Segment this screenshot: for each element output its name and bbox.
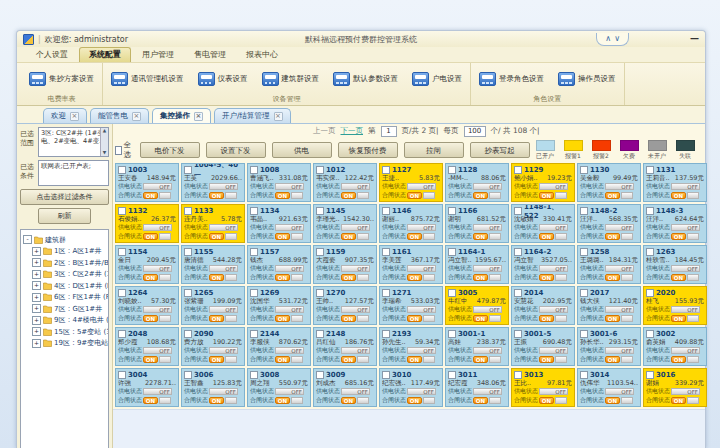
card-checkbox[interactable]: [448, 330, 456, 338]
ribbon-button[interactable]: 仪表设置: [198, 72, 248, 86]
tree-item[interactable]: + 19区：9#变电站 (2#...: [32, 338, 106, 348]
toolbar-button[interactable]: 供电: [272, 142, 332, 158]
meter-card[interactable]: 1131 王莉音.. 137.59元 供电状态 OFF 合闸状态 ON: [643, 163, 707, 202]
toolbar-button[interactable]: 抄表写起: [470, 142, 530, 158]
meter-card[interactable]: 2144 李服侠 870.62元 供电状态 OFF 合闸状态 ON: [247, 327, 311, 366]
card-checkbox[interactable]: [646, 207, 654, 215]
card-checkbox[interactable]: [184, 371, 192, 379]
meter-card[interactable]: 2090 费方放 190.22元 供电状态 OFF 合闸状态 ON: [181, 327, 245, 366]
card-checkbox[interactable]: [316, 371, 324, 379]
card-checkbox[interactable]: [646, 289, 654, 297]
card-checkbox[interactable]: [118, 166, 126, 174]
meter-card[interactable]: 1128 -MM-.. 88.06元 供电状态 OFF 合闸状态 ON: [445, 163, 509, 202]
menu-tab[interactable]: 售电管理: [185, 48, 235, 62]
card-checkbox[interactable]: [646, 166, 654, 174]
tree-expander-icon[interactable]: +: [32, 304, 41, 313]
tree-expander-icon[interactable]: +: [32, 339, 41, 348]
card-checkbox[interactable]: [184, 330, 192, 338]
meter-card[interactable]: 1166 谢明 681.52元 供电状态 OFF 合闸状态 ON: [445, 204, 509, 243]
tree-expander-icon[interactable]: +: [32, 247, 41, 256]
card-checkbox[interactable]: [646, 248, 654, 256]
meter-card[interactable]: 2020 桂飞 155.93元 供电状态 OFF 合闸状态 ON: [643, 286, 707, 325]
card-checkbox[interactable]: [250, 289, 258, 297]
menu-tab[interactable]: 用户管理: [133, 48, 183, 62]
tree-item[interactable]: + 1区：A区1#井: [32, 246, 106, 256]
refresh-button[interactable]: 刷新: [38, 208, 91, 224]
scroll-down-icon[interactable]: ▼: [103, 150, 106, 156]
meter-card[interactable]: 1157 钱杰 688.99元 供电状态 OFF 合闸状态 ON: [247, 245, 311, 284]
card-checkbox[interactable]: [382, 207, 390, 215]
document-tab[interactable]: 欢迎 ×: [43, 108, 87, 123]
per-page-input[interactable]: 100: [464, 126, 486, 137]
meter-card[interactable]: 2048 郑少霞 108.68元 供电状态 OFF 合闸状态 ON: [115, 327, 179, 366]
close-icon[interactable]: ×: [274, 112, 283, 121]
card-checkbox[interactable]: [448, 166, 456, 174]
card-checkbox[interactable]: [382, 289, 390, 297]
meter-card[interactable]: 1161 李美莲 367.17元 供电状态 OFF 合闸状态 ON: [379, 245, 443, 284]
meter-card[interactable]: 1132 石俊娟.. 26.37元 供电状态 OFF 合闸状态 ON: [115, 204, 179, 243]
meter-card[interactable]: 1258 王璐璐.. 184.31元 供电状态 OFF 合闸状态 ON: [577, 245, 641, 284]
card-checkbox[interactable]: [580, 330, 588, 338]
ribbon-collapse-control[interactable]: ∧ ∨: [596, 33, 629, 46]
meter-card[interactable]: 1003 王安春 148.94元 供电状态 OFF 合闸状态 ON: [115, 163, 179, 202]
meter-card[interactable]: 1130 吴金毅 99.49元 供电状态 OFF 合闸状态 ON: [577, 163, 641, 202]
card-checkbox[interactable]: [118, 289, 126, 297]
card-checkbox[interactable]: [316, 207, 324, 215]
ribbon-button[interactable]: 集抄方案设置: [29, 72, 94, 86]
meter-card[interactable]: 1008 曹涵飞.. 331.08元 供电状态 OFF 合闸状态 ON: [247, 163, 311, 202]
meter-card[interactable]: 3014 仇伟华 1103.54.. 供电状态 OFF 合闸状态 ON: [577, 368, 641, 407]
card-checkbox[interactable]: [118, 207, 126, 215]
card-checkbox[interactable]: [448, 289, 456, 297]
meter-card[interactable]: 1264 刘晓姣.. 57.30元 供电状态 OFF 合闸状态 ON: [115, 286, 179, 325]
card-checkbox[interactable]: [580, 371, 588, 379]
card-checkbox[interactable]: [514, 248, 522, 256]
tree-expander-icon[interactable]: +: [32, 316, 41, 325]
meter-card[interactable]: 3013 王比.. 97.81元 供电状态 OFF 合闸状态 ON: [511, 368, 575, 407]
ribbon-button[interactable]: 操作员设置: [558, 72, 616, 86]
meter-card[interactable]: 3016 谢娟 339.29元 供电状态 OFF 合闸状态 ON: [643, 368, 707, 407]
meter-card[interactable]: 1145 李瑾光.. 1542.30.. 供电状态 OFF 合闸状态 ON: [313, 204, 377, 243]
minimize-button[interactable]: —: [690, 33, 699, 43]
toolbar-button[interactable]: 恢复预付费: [338, 142, 398, 158]
meter-card[interactable]: 2017 钱大侠 121.40元 供电状态 OFF 合闸状态 ON: [577, 286, 641, 325]
card-checkbox[interactable]: [382, 248, 390, 256]
card-checkbox[interactable]: [118, 248, 126, 256]
card-checkbox[interactable]: [580, 166, 588, 174]
tree-item[interactable]: + 3区：C区2#井 (1#变...: [32, 269, 106, 279]
meter-card[interactable]: 3004 许強 2278.71.. 供电状态 OFF 合闸状态 ON: [115, 368, 179, 407]
close-icon[interactable]: ×: [194, 112, 203, 121]
meter-card[interactable]: 1265 张紫珊 199.09元 供电状态 OFF 合闸状态 ON: [181, 286, 245, 325]
card-checkbox[interactable]: [448, 371, 456, 379]
next-page-link[interactable]: 下一页: [341, 126, 364, 136]
menu-tab[interactable]: 报表中心: [237, 48, 287, 62]
card-checkbox[interactable]: [316, 330, 324, 338]
card-checkbox[interactable]: [580, 289, 588, 297]
document-tab[interactable]: 集控操作 ×: [152, 108, 211, 123]
card-checkbox[interactable]: [646, 330, 654, 338]
toolbar-button[interactable]: 电价下发: [140, 142, 200, 158]
tree-item[interactable]: + 7区：G区1#井: [32, 304, 106, 314]
card-checkbox[interactable]: [646, 371, 654, 379]
meter-card[interactable]: 2014 安慧花 202.95元 供电状态 OFF 合闸状态 ON: [511, 286, 575, 325]
card-checkbox[interactable]: [514, 166, 522, 174]
card-checkbox[interactable]: [448, 248, 456, 256]
card-checkbox[interactable]: [250, 207, 258, 215]
tree-item[interactable]: + 15区：5#变站 (3#变...: [32, 327, 106, 337]
meter-card[interactable]: 3005 牛红中 479.87元 供电状态 OFF 合闸状态 ON: [445, 286, 509, 325]
select-all-checkbox[interactable]: [115, 146, 122, 155]
meter-card[interactable]: 3001-6 孙长华.. 293.15元 供电状态 OFF 合闸状态 ON: [577, 327, 641, 366]
meter-card[interactable]: 1263 桂轶雪.. 184.45元 供电状态 OFF 合闸状态 ON: [643, 245, 707, 284]
card-checkbox[interactable]: [382, 330, 390, 338]
card-checkbox[interactable]: [316, 166, 324, 174]
card-checkbox[interactable]: [580, 248, 588, 256]
tree-expander-icon[interactable]: -: [23, 235, 32, 244]
meter-card[interactable]: 1148-2 汪洋.. 568.35元 供电状态 OFF 合闸状态 ON: [577, 204, 641, 243]
meter-card[interactable]: 2148 吕红仙 186.76元 供电状态 OFF 合闸状态 ON: [313, 327, 377, 366]
card-checkbox[interactable]: [382, 371, 390, 379]
card-checkbox[interactable]: [316, 289, 324, 297]
meter-card[interactable]: 1159 大霞姿 907.35元 供电状态 OFF 合闸状态 ON: [313, 245, 377, 284]
document-tab[interactable]: 能管售电 ×: [90, 108, 149, 123]
meter-card[interactable]: 1148-1、522 沈敏娟 330.41元 供电状态 OFF 合闸状态 ON: [511, 204, 575, 243]
choose-filter-button[interactable]: 点击选择过滤条件: [20, 189, 109, 205]
card-checkbox[interactable]: [514, 207, 522, 215]
